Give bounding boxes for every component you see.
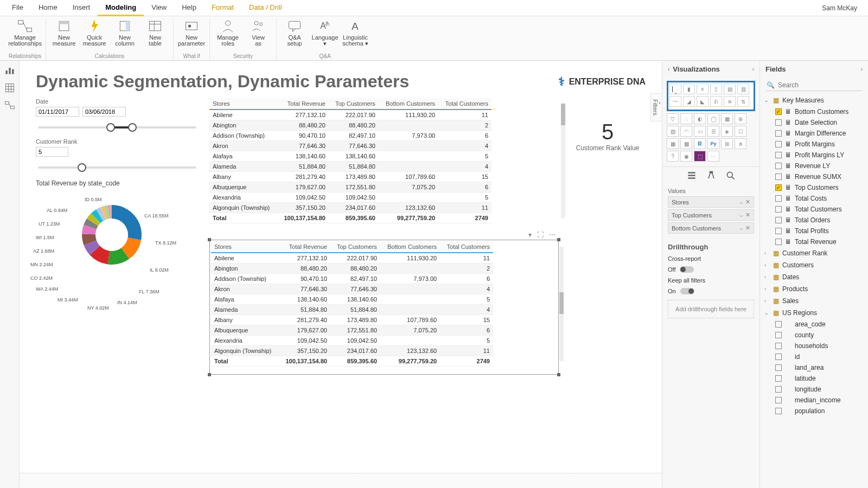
table-row[interactable]: Addison (Township)90,470.1082,497.107,97…	[211, 274, 493, 284]
table-key-measures[interactable]: ⌄▦Key Measures	[760, 94, 868, 106]
viz-multi-card-icon[interactable]: ☰	[707, 126, 719, 137]
table-sales[interactable]: ›▦Sales	[760, 295, 868, 307]
chevron-down-icon[interactable]: ⌵	[739, 224, 743, 232]
chevron-down-icon[interactable]: ⌵	[739, 211, 743, 219]
viz-map-icon[interactable]: ⊕	[735, 113, 746, 124]
field-date-selection[interactable]: 🖩Date Selection	[760, 117, 868, 128]
viz-stacked-column-icon[interactable]: ▮	[683, 84, 695, 94]
table-us-regions[interactable]: ⌄▦US Regions	[760, 307, 868, 319]
checkbox[interactable]: ✓	[775, 108, 782, 115]
col-bottom-customers[interactable]: Bottom Customers	[380, 241, 440, 253]
field-area-code[interactable]: area_code	[760, 319, 868, 330]
checkbox[interactable]	[775, 354, 782, 360]
fields-search[interactable]: 🔍	[765, 80, 863, 91]
viz-waterfall-icon[interactable]: ⇅	[737, 96, 749, 107]
chevron-left-icon[interactable]: ‹	[668, 66, 669, 72]
field-well-top-customers[interactable]: Top Customers⌵✕	[668, 209, 754, 221]
checkbox[interactable]	[775, 386, 782, 393]
menu-format[interactable]: Format	[204, 0, 241, 16]
field-total-orders[interactable]: 🖩Total Orders	[760, 215, 868, 226]
menu-help[interactable]: Help	[174, 0, 204, 16]
table-row[interactable]: Albany281,279.40173,489.80107,789.6015	[209, 172, 492, 182]
table-row[interactable]: Albuquerque179,627.00172,551.807,075.206	[209, 182, 492, 192]
field-id[interactable]: id	[760, 351, 868, 362]
checkbox[interactable]	[775, 130, 782, 137]
rank-input[interactable]	[36, 147, 68, 157]
field-bottom-customers[interactable]: ✓🖩Bottom Customers	[760, 106, 868, 117]
date-to-input[interactable]	[82, 107, 126, 117]
table-customer-rank[interactable]: ›▦Customer Rank	[760, 247, 868, 259]
checkbox[interactable]	[775, 343, 782, 349]
fields-search-input[interactable]	[778, 81, 861, 89]
rank-range-track[interactable]	[38, 166, 196, 169]
ribbon-quick-measure[interactable]: Quickmeasure	[81, 18, 108, 51]
viz-stacked-area-icon[interactable]: ◣	[697, 96, 709, 107]
viz-ribbon-icon[interactable]: ≋	[724, 96, 736, 107]
table-row[interactable]: Addison (Township)90,470.1082,497.107,97…	[209, 131, 492, 141]
menu-home[interactable]: Home	[31, 0, 65, 16]
field-total-revenue[interactable]: 🖩Total Revenue	[760, 236, 868, 247]
viz-clustered-bar-icon[interactable]: ≡	[697, 84, 709, 94]
col-total-revenue[interactable]: Total Revenue	[277, 98, 329, 110]
field-land-area[interactable]: land_area	[760, 362, 868, 373]
field-total-customers[interactable]: 🖩Total Customers	[760, 204, 868, 215]
ribbon-view-as[interactable]: Viewas	[245, 18, 272, 51]
col-bottom-customers[interactable]: Bottom Customers	[379, 98, 438, 110]
ribbon-new-measure[interactable]: Newmeasure	[50, 18, 78, 51]
data-view-icon[interactable]	[4, 82, 15, 93]
table-row[interactable]: Alafaya138,140.60138,140.605	[211, 294, 493, 305]
viz-more-icon[interactable]: ⋯	[707, 151, 719, 162]
menu-modeling[interactable]: Modeling	[98, 0, 144, 16]
field-well-bottom-customers[interactable]: Bottom Customers⌵✕	[668, 222, 754, 234]
ribbon-new-table[interactable]: Newtable	[142, 18, 169, 51]
table-row[interactable]: Akron77,646.3077,646.304	[209, 141, 492, 151]
viz-r-icon[interactable]: R	[694, 138, 706, 149]
date-thumb-to[interactable]	[128, 123, 137, 132]
table-row[interactable]: Albany281,279.40173,489.80107,789.6015	[211, 315, 493, 325]
checkbox[interactable]	[775, 152, 782, 158]
rank-thumb[interactable]	[78, 163, 86, 172]
col-top-customers[interactable]: Top Customers	[329, 98, 379, 110]
focus-icon[interactable]: ⛶	[537, 231, 544, 239]
checkbox[interactable]	[775, 228, 782, 234]
keep-filters-toggle[interactable]	[680, 288, 694, 294]
viz-stacked-bar-icon[interactable]	[669, 84, 681, 94]
format-tab-icon[interactable]	[706, 170, 717, 181]
analytics-tab-icon[interactable]	[725, 170, 736, 181]
field-revenue-sumx[interactable]: 🖩Revenue SUMX	[760, 171, 868, 182]
checkbox[interactable]	[775, 332, 782, 338]
table-row[interactable]: Algonquin (Township)357,150.20234,017.60…	[209, 203, 492, 213]
viz-scatter-icon[interactable]: ∴	[680, 113, 692, 124]
menu-file[interactable]: File	[4, 0, 31, 16]
date-thumb-from[interactable]	[106, 123, 115, 132]
field-median-income[interactable]: median_income	[760, 395, 868, 406]
col-top-customers[interactable]: Top Customers	[330, 241, 380, 253]
field-profit-margins[interactable]: 🖩Profit Margins	[760, 139, 868, 150]
viz-clustered-column-icon[interactable]: ▯	[710, 84, 722, 94]
checkbox[interactable]	[775, 397, 782, 403]
checkbox[interactable]: ✓	[775, 184, 782, 191]
checkbox[interactable]	[775, 239, 782, 245]
viz-donut-icon[interactable]: ◯	[707, 113, 719, 124]
table-row[interactable]: Algonquin (Township)357,150.20234,017.60…	[211, 346, 493, 356]
viz-key-influencers-icon[interactable]: ⊞	[721, 138, 733, 149]
col-total-revenue[interactable]: Total Revenue	[279, 241, 330, 253]
remove-icon[interactable]: ✕	[745, 224, 750, 232]
viz-area-icon[interactable]: ◢	[683, 96, 695, 107]
checkbox[interactable]	[775, 174, 782, 180]
checkbox[interactable]	[775, 375, 782, 382]
table-visual-2-selected[interactable]: StoresTotal RevenueTop CustomersBottom C…	[209, 240, 559, 375]
ribbon-q-a-setup[interactable]: Q&Asetup	[281, 18, 308, 51]
col-stores[interactable]: Stores	[209, 98, 277, 110]
field-well-stores[interactable]: Stores⌵✕	[668, 196, 754, 208]
field-profit-margins-ly[interactable]: 🖩Profit Margins LY	[760, 150, 868, 160]
cross-report-toggle[interactable]	[680, 266, 694, 273]
viz-py-icon[interactable]: Py	[707, 138, 719, 149]
table-row[interactable]: Alafaya138,140.60138,140.605	[209, 151, 492, 162]
menu-insert[interactable]: Insert	[65, 0, 98, 16]
viz-gauge-icon[interactable]: ◠	[680, 126, 692, 137]
report-view-icon[interactable]	[4, 65, 15, 76]
table-row[interactable]: Alameda51,884.8051,884.804	[211, 305, 493, 315]
table-row[interactable]: Albuquerque179,627.00172,551.807,075.206	[211, 325, 493, 336]
field-total-costs[interactable]: 🖩Total Costs	[760, 193, 868, 204]
